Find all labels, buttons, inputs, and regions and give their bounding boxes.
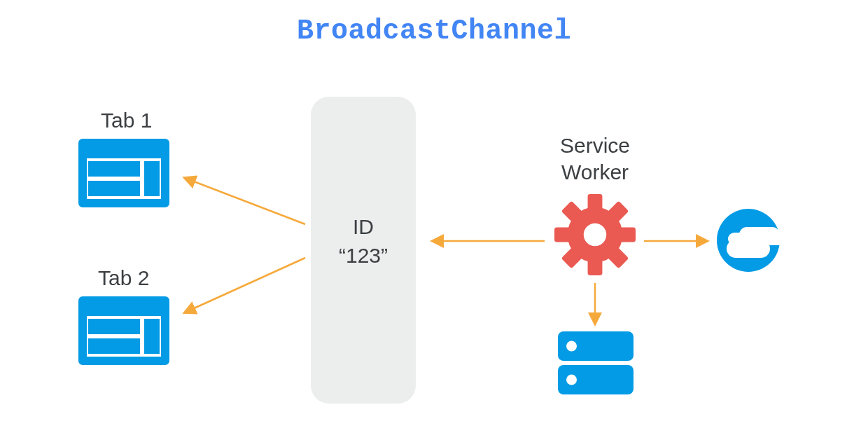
svg-rect-4: [88, 338, 140, 354]
database-icon: [558, 331, 634, 399]
diagram-title: BroadcastChannel: [0, 15, 868, 47]
service-worker-line2: Worker: [561, 160, 629, 184]
channel-id-key: ID: [353, 215, 374, 238]
service-worker-label: Service Worker: [532, 132, 658, 185]
service-worker-line1: Service: [560, 134, 630, 157]
browser-window-icon: [78, 296, 169, 365]
svg-rect-0: [88, 161, 140, 177]
svg-rect-3: [88, 319, 140, 334]
svg-point-15: [584, 224, 606, 246]
svg-rect-5: [144, 319, 160, 354]
browser-window-icon: [78, 139, 169, 207]
broadcast-channel-label: ID “123”: [311, 213, 416, 270]
diagram-stage: BroadcastChannel ID “123” Tab 1: [0, 0, 868, 440]
cloud-icon: [717, 209, 780, 272]
channel-id-value: “123”: [339, 244, 388, 267]
server-unit: [558, 365, 634, 394]
tab2-label: Tab 2: [98, 266, 149, 290]
arrow-channel-to-tab2: [185, 258, 305, 312]
tab1-label: Tab 1: [101, 109, 152, 132]
arrow-channel-to-tab1: [185, 178, 305, 224]
svg-rect-2: [144, 161, 160, 196]
gear-icon: [554, 194, 636, 275]
server-unit: [558, 331, 634, 361]
svg-rect-1: [88, 181, 140, 196]
